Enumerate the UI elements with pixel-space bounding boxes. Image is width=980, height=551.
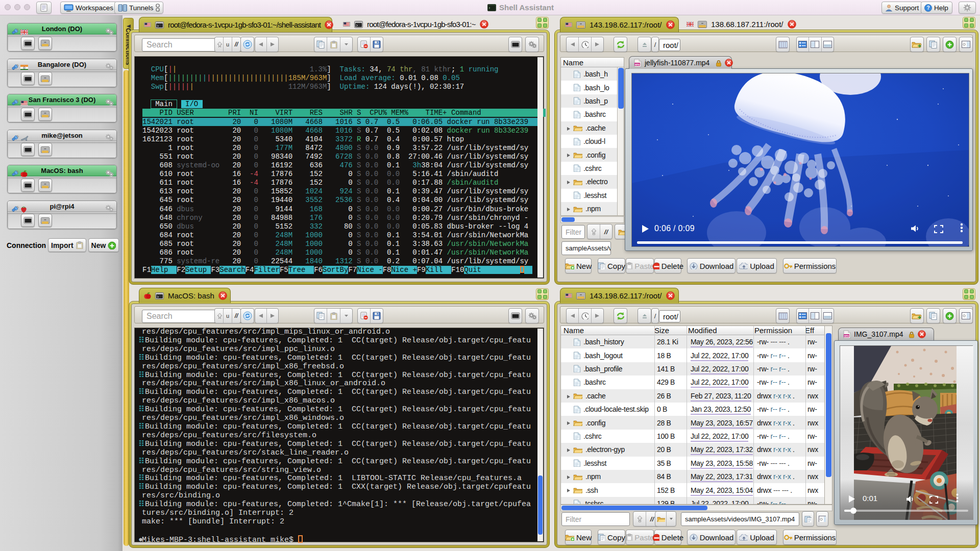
svg-text:MP4: MP4	[635, 63, 640, 65]
svg-text:MP4: MP4	[844, 334, 849, 337]
svg-text:?: ?	[926, 5, 929, 11]
